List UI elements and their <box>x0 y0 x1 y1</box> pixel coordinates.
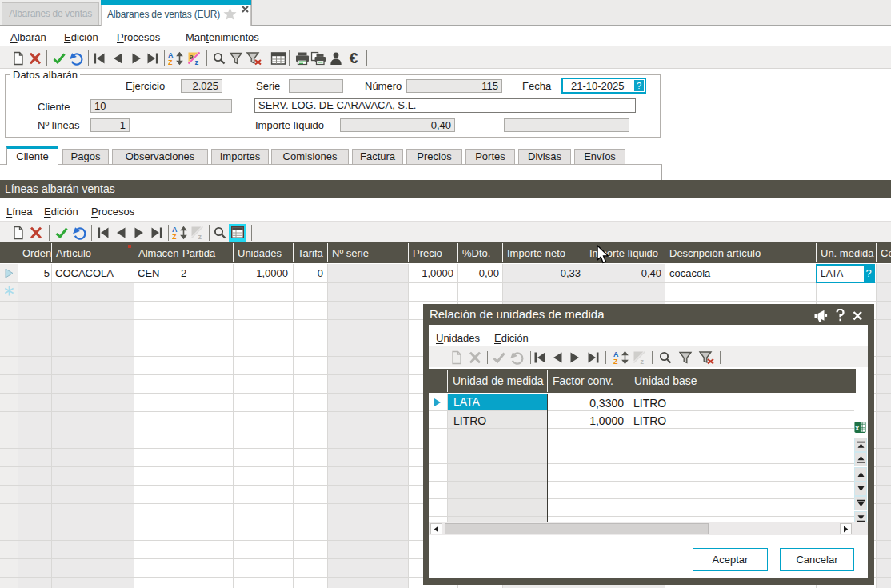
svg-text:Z: Z <box>172 233 177 240</box>
svg-text:z: z <box>195 58 199 66</box>
svg-text:Z: Z <box>168 58 173 66</box>
svg-text:z: z <box>198 232 202 239</box>
svg-text:Z: Z <box>613 358 618 365</box>
svg-text:x: x <box>855 424 859 432</box>
svg-text:z: z <box>641 357 645 364</box>
